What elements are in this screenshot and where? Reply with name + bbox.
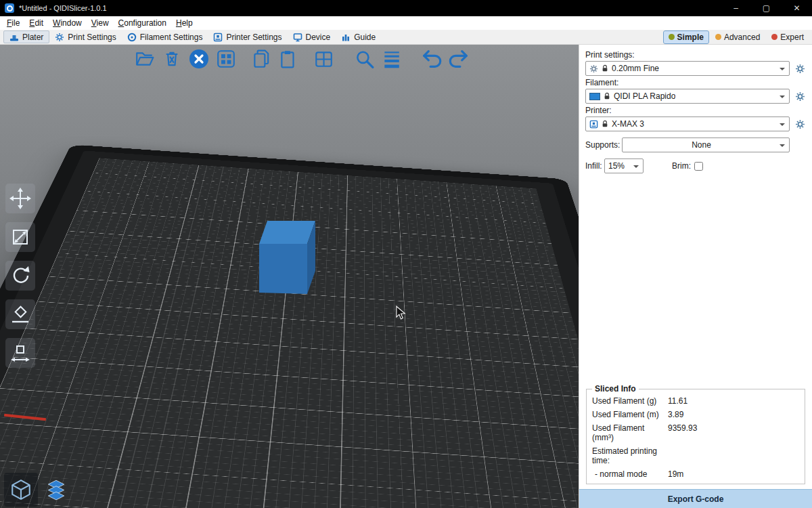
lock-icon [604,92,610,100]
printer-combo[interactable]: X-MAX 3 [585,117,790,131]
mode-expert[interactable]: Expert [767,31,809,43]
export-gcode-button[interactable]: Export G-code [579,489,812,508]
viewport-3d[interactable] [0,45,579,508]
menu-edit[interactable]: Edit [24,18,48,28]
expert-mode-dot-icon [771,34,777,40]
supports-value: None [692,140,711,150]
used-filament-mm3-value: 9359.93 [668,423,799,442]
plater-icon [9,33,19,42]
lock-icon [602,120,608,128]
layers-view-button[interactable] [39,473,73,507]
measure-button[interactable] [5,338,35,368]
qidislicer-window: *Untitled - QIDISlicer-1.0.1 – ▢ ✕ File … [0,0,812,508]
tab-printer-settings[interactable]: Printer Settings [208,30,287,43]
tab-device-label: Device [306,33,331,42]
mode-simple[interactable]: Simple [664,31,708,43]
rotate-button[interactable] [5,261,35,291]
gear-icon [795,119,805,129]
measure-icon [9,342,31,364]
view-toolbar [4,473,73,507]
printer-settings-icon [213,33,223,42]
menu-window[interactable]: Window [48,18,87,28]
split-button[interactable] [313,48,334,70]
tab-filament-settings[interactable]: Filament Settings [122,30,208,43]
filament-label: Filament: [585,78,806,87]
delete-button[interactable] [161,48,183,70]
supports-label: Supports: [585,140,622,150]
paste-button[interactable] [277,48,299,70]
filament-color-swatch [589,93,600,100]
mode-switcher: Simple Advanced Expert [664,31,809,43]
layer-height-icon [381,49,401,69]
print-bed [0,150,579,508]
filament-value: QIDI PLA Rapido [614,91,675,101]
scale-button[interactable] [5,222,35,252]
chevron-down-icon [780,123,785,129]
menu-help[interactable]: Help [171,18,198,28]
sliced-info-title: Sliced Info [592,384,639,394]
layer-height-button[interactable] [380,48,402,70]
move-button[interactable] [5,184,35,213]
sliced-info-panel: Sliced Info Used Filament (g) 11.61 Used… [586,384,805,484]
tab-print-settings[interactable]: Print Settings [49,30,121,43]
close-button[interactable]: ✕ [782,0,812,16]
chevron-down-icon [780,96,785,101]
3d-view-button[interactable] [4,473,38,507]
model-cube[interactable] [256,215,321,297]
menu-configuration[interactable]: Configuration [114,18,171,28]
normal-mode-value: 19m [668,469,799,479]
brim-label: Brim: [672,161,691,171]
delete-all-button[interactable] [188,48,210,70]
delete-icon [162,49,182,69]
print-settings-icon [55,33,64,42]
maximize-button[interactable]: ▢ [751,0,782,16]
mode-advanced-label: Advanced [724,33,760,42]
copy-button[interactable] [250,48,272,70]
search-button[interactable] [353,48,375,70]
infill-combo[interactable]: 15% [604,158,644,173]
app-logo-icon [5,3,14,13]
supports-combo[interactable]: None [622,137,790,152]
3d-view-icon [9,478,32,501]
estimated-time-value [668,446,799,465]
mode-simple-label: Simple [677,33,704,42]
filament-combo[interactable]: QIDI PLA Rapido [585,89,790,104]
copy-icon [251,49,271,69]
tab-print-settings-label: Print Settings [68,33,116,42]
redo-icon [448,49,470,69]
infill-label: Infill: [585,161,604,171]
paste-icon [278,49,298,69]
tab-plater[interactable]: Plater [3,30,49,43]
print-settings-gear-button[interactable] [794,61,806,76]
printer-gear-button[interactable] [794,117,806,131]
menu-view[interactable]: View [87,18,114,28]
redo-button[interactable] [448,48,470,70]
tab-device[interactable]: Device [288,30,336,43]
advanced-mode-dot-icon [715,34,721,40]
print-settings-combo[interactable]: 0.20mm Fine [585,61,790,76]
split-icon [313,49,334,69]
filament-settings-icon [127,33,137,42]
place-on-face-button[interactable] [5,299,35,329]
tab-guide[interactable]: Guide [336,30,381,43]
brim-checkbox[interactable] [694,162,703,171]
delete-all-icon [189,49,209,69]
used-filament-mm3-label: Used Filament (mm³) [592,423,668,442]
tab-filament-settings-label: Filament Settings [140,33,203,42]
undo-icon [421,49,443,69]
guide-icon [341,33,351,42]
minimize-button[interactable]: – [721,0,751,16]
print-settings-label: Print settings: [585,50,806,60]
titlebar: *Untitled - QIDISlicer-1.0.1 – ▢ ✕ [0,0,812,16]
menu-file[interactable]: File [2,18,24,28]
arrange-icon [216,49,236,69]
filament-gear-button[interactable] [794,89,806,104]
open-button[interactable] [134,48,156,70]
undo-button[interactable] [421,48,443,70]
mode-advanced[interactable]: Advanced [710,31,765,43]
simple-mode-dot-icon [669,34,675,40]
arrange-button[interactable] [215,48,237,70]
sidebar: Print settings: 0.20mm Fine Filament: [579,45,812,508]
gizmo-toolbar [5,184,35,368]
used-filament-g-label: Used Filament (g) [592,396,668,406]
